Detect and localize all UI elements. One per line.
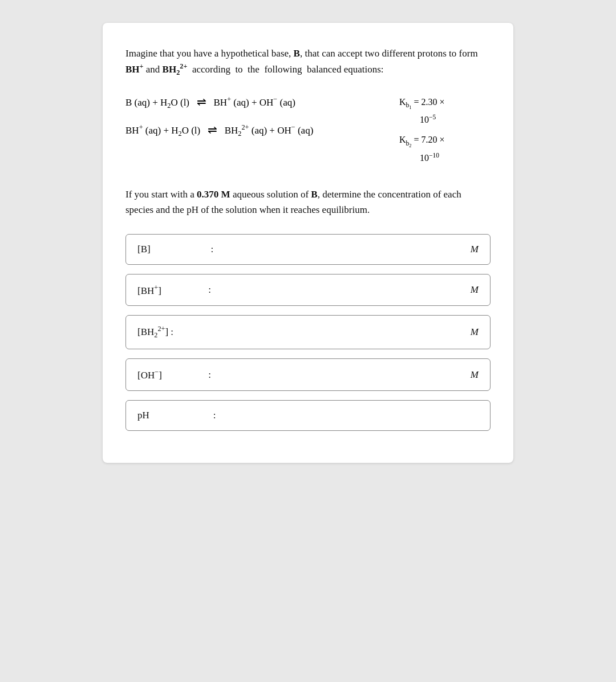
problem-statement: If you start with a 0.370 M aqueous solu… bbox=[125, 187, 491, 217]
main-card: Imagine that you have a hypothetical bas… bbox=[103, 23, 513, 463]
colon-BH+: : bbox=[206, 284, 211, 296]
colon-pH: : bbox=[206, 410, 216, 421]
kb1-label: Kb1 = 2.30 × 10−5 bbox=[399, 97, 445, 124]
label-BH2: [BH22+] : bbox=[137, 325, 206, 340]
input-row-BH2: [BH22+] : M bbox=[125, 315, 491, 349]
colon-B: : bbox=[206, 244, 213, 255]
intro-paragraph: Imagine that you have a hypothetical bas… bbox=[125, 46, 491, 79]
unit-B: M bbox=[471, 244, 479, 255]
unit-BH+: M bbox=[471, 284, 479, 296]
kb1-row: Kb1 = 2.30 × 10−5 bbox=[399, 95, 491, 127]
input-row-OH-: [OH−] : M bbox=[125, 358, 491, 391]
unit-OH-: M bbox=[471, 369, 479, 381]
input-row-pH: pH : bbox=[125, 400, 491, 431]
field-BH2[interactable] bbox=[206, 326, 466, 338]
field-pH[interactable] bbox=[225, 410, 479, 421]
label-OH-: [OH−] bbox=[137, 368, 206, 381]
label-pH: pH bbox=[137, 410, 206, 421]
field-OH-[interactable] bbox=[220, 369, 466, 381]
kb2-label: Kb2 = 7.20 × 10−10 bbox=[399, 135, 445, 162]
equations-section: B (aq) + H2O (l) ⇌ BH+ (aq) + OH− (aq) B… bbox=[125, 95, 491, 171]
input-row-BH+: [BH+] : M bbox=[125, 274, 491, 306]
field-BH+[interactable] bbox=[220, 284, 466, 296]
equation-1: B (aq) + H2O (l) ⇌ BH+ (aq) + OH− (aq) bbox=[125, 95, 388, 110]
label-B: [B] bbox=[137, 244, 206, 255]
input-row-B: [B] : M bbox=[125, 234, 491, 265]
equations-left: B (aq) + H2O (l) ⇌ BH+ (aq) + OH− (aq) B… bbox=[125, 95, 388, 139]
colon-OH-: : bbox=[206, 369, 211, 381]
eq1-text: B (aq) + H2O (l) ⇌ BH+ (aq) + OH− (aq) bbox=[125, 95, 295, 110]
unit-BH2: M bbox=[471, 326, 479, 338]
field-B[interactable] bbox=[222, 244, 466, 255]
equation-2: BH+ (aq) + H2O (l) ⇌ BH22+ (aq) + OH− (a… bbox=[125, 123, 388, 138]
kb-values: Kb1 = 2.30 × 10−5 Kb2 = 7.20 × 10−10 bbox=[388, 95, 491, 171]
label-BH+: [BH+] bbox=[137, 284, 206, 297]
eq2-text: BH+ (aq) + H2O (l) ⇌ BH22+ (aq) + OH− (a… bbox=[125, 123, 313, 138]
kb2-row: Kb2 = 7.20 × 10−10 bbox=[399, 132, 491, 165]
